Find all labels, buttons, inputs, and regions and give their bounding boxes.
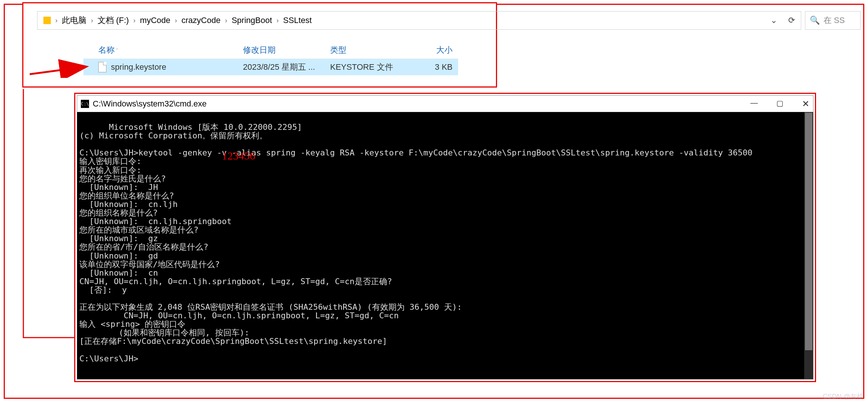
close-button[interactable]: ✕ (802, 99, 809, 109)
search-placeholder: 在 SS (823, 15, 845, 26)
address-row: › 此电脑 › 文档 (F:) › myCode › crazyCode › S… (37, 11, 861, 30)
column-header-name[interactable]: 名称ˇ (83, 45, 243, 56)
scrollbar[interactable] (804, 112, 813, 379)
maximize-button[interactable]: ▢ (776, 99, 783, 109)
history-dropdown-icon[interactable]: ⌄ (770, 16, 777, 25)
watermark: CSDN @灰机 (823, 392, 864, 401)
cmd-title: C:\Windows\system32\cmd.exe (93, 99, 207, 109)
folder-icon (43, 17, 51, 24)
table-row[interactable]: spring.keystore 2023/8/25 星期五 ... KEYSTO… (83, 59, 458, 75)
column-header-modified[interactable]: 修改日期 (243, 45, 330, 56)
chevron-right-icon: › (54, 17, 59, 24)
breadcrumb-item[interactable]: SSLtest (283, 16, 312, 25)
breadcrumb-item[interactable]: myCode (140, 16, 170, 25)
file-table: 名称ˇ 修改日期 类型 大小 spring.keystore 2023/8/25… (83, 42, 458, 75)
password-annotation: 123456 (222, 150, 255, 162)
breadcrumb-item[interactable]: crazyCode (181, 16, 220, 25)
file-modified: 2023/8/25 星期五 ... (243, 62, 330, 73)
chevron-right-icon: › (173, 17, 178, 24)
scrollbar-thumb[interactable] (805, 113, 812, 350)
cmd-output: Microsoft Windows [版本 10.0.22000.2295] (… (79, 122, 753, 363)
file-type: KEYSTORE 文件 (330, 62, 404, 73)
cmd-titlebar[interactable]: C:\ C:\Windows\system32\cmd.exe — ▢ ✕ (77, 96, 813, 112)
search-input[interactable]: 🔍 在 SS (805, 11, 861, 30)
breadcrumb-item[interactable]: 此电脑 (62, 15, 86, 26)
table-header: 名称ˇ 修改日期 类型 大小 (83, 42, 458, 59)
terminal-annotation-box: C:\ C:\Windows\system32\cmd.exe — ▢ ✕ Mi… (74, 93, 816, 382)
address-bar[interactable]: › 此电脑 › 文档 (F:) › myCode › crazyCode › S… (37, 11, 801, 30)
breadcrumb-item[interactable]: SpringBoot (231, 16, 272, 25)
chevron-right-icon: › (89, 17, 95, 24)
column-header-size[interactable]: 大小 (404, 45, 456, 56)
cmd-window: C:\ C:\Windows\system32\cmd.exe — ▢ ✕ Mi… (77, 95, 813, 380)
chevron-right-icon: › (132, 17, 137, 24)
column-header-type[interactable]: 类型 (330, 45, 404, 56)
chevron-right-icon: › (223, 17, 228, 24)
refresh-icon[interactable]: ⟳ (788, 16, 795, 25)
file-size: 3 KB (404, 62, 456, 72)
file-icon (98, 62, 106, 72)
minimize-button[interactable]: — (750, 99, 758, 109)
file-name: spring.keystore (111, 62, 166, 72)
chevron-right-icon: › (275, 17, 280, 24)
cmd-body[interactable]: Microsoft Windows [版本 10.0.22000.2295] (… (77, 112, 813, 379)
cmd-icon: C:\ (81, 100, 89, 108)
breadcrumb-item[interactable]: 文档 (F:) (98, 15, 129, 26)
search-icon: 🔍 (810, 16, 820, 25)
sort-caret-icon: ˇ (116, 48, 118, 54)
